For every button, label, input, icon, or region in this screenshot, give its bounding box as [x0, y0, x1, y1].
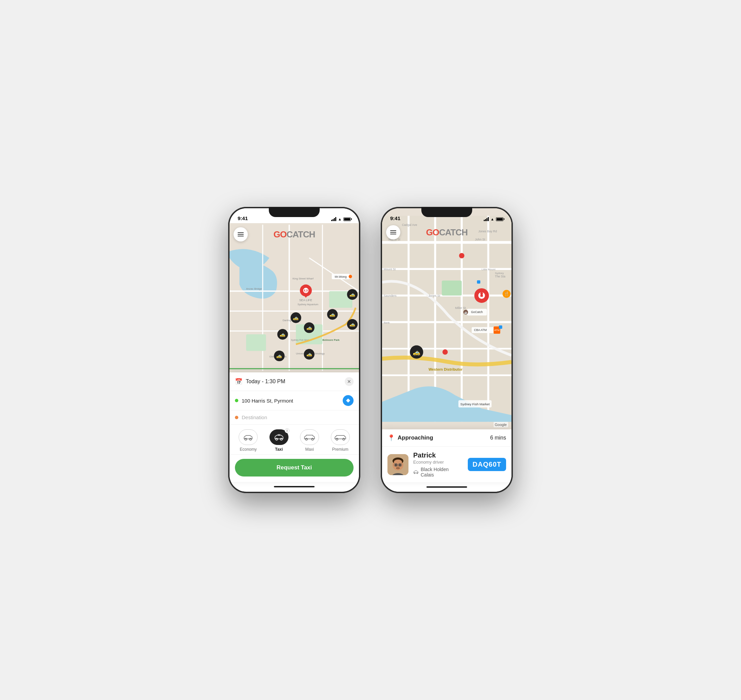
svg-point-109 [395, 464, 397, 466]
svg-text:🚕: 🚕 [307, 325, 313, 331]
menu-button-2[interactable] [386, 225, 400, 240]
svg-text:Belmore Park: Belmore Park [322, 338, 340, 341]
svg-text:Little Mount: Little Mount [482, 268, 496, 271]
svg-point-46 [245, 438, 247, 440]
svg-rect-25 [305, 290, 307, 292]
maxi-icon-wrap [300, 429, 319, 445]
svg-point-47 [249, 438, 251, 440]
svg-point-48 [276, 438, 277, 440]
clear-time-button[interactable]: ✕ [345, 377, 354, 386]
map-area-2[interactable]: Western Distributor Harris St John St Jo… [382, 208, 512, 429]
svg-point-54 [343, 438, 345, 440]
signal-icon-2 [484, 217, 489, 221]
bottom-panel-2: 📍 Approaching 6 mins [382, 429, 512, 482]
svg-text:🚕: 🚕 [276, 353, 282, 359]
svg-point-110 [399, 464, 401, 466]
svg-point-49 [280, 438, 282, 440]
approaching-status: Approaching [398, 434, 487, 441]
app-header-2: GOCATCH [386, 225, 508, 240]
service-premium[interactable]: Premium [331, 429, 350, 452]
logo-catch-2: CATCH [439, 227, 467, 237]
svg-text:🚕: 🚕 [330, 312, 336, 318]
map-area-1[interactable]: Anzac Bridge Darling Harbour Ultimo Gleb… [229, 223, 359, 372]
home-bar-1 [274, 486, 315, 487]
google-attribution: Google [493, 422, 508, 427]
svg-point-44 [349, 275, 352, 278]
battery-icon-2 [496, 218, 503, 221]
svg-text:King Street Wharf: King Street Wharf [292, 277, 314, 280]
svg-text:CBA ATM: CBA ATM [474, 328, 486, 332]
home-indicator-1 [229, 482, 359, 491]
svg-text:GoCatch: GoCatch [471, 310, 483, 314]
home-indicator-2 [382, 482, 512, 492]
phones-container: 9:41 ▲ [228, 207, 513, 493]
taxi-info-dot: i [285, 428, 289, 433]
signal-icon-1 [331, 217, 336, 221]
driver-car-text: Black Holden Calais [421, 467, 463, 478]
svg-point-115 [417, 473, 418, 474]
menu-button-1[interactable] [233, 227, 248, 241]
premium-label: Premium [332, 447, 348, 452]
notch-1 [269, 207, 320, 217]
svg-text:Western Distributor: Western Distributor [428, 367, 463, 371]
svg-rect-45 [229, 368, 359, 369]
navigate-button[interactable] [343, 395, 354, 406]
destination-dot [235, 416, 238, 419]
status-icons-1: ▲ [331, 217, 351, 221]
service-taxi[interactable]: i Taxi [270, 429, 289, 452]
service-maxi[interactable]: Maxi [300, 429, 319, 452]
economy-icon-wrap [239, 429, 258, 445]
phone-1-inner: 9:41 ▲ [229, 208, 359, 492]
economy-label: Economy [240, 447, 257, 452]
svg-text:SEA LIFE: SEA LIFE [299, 299, 312, 302]
logo-go-1: GO [274, 229, 286, 240]
phone-1: 9:41 ▲ [228, 207, 360, 493]
pickup-dot [235, 399, 238, 402]
svg-text:🚕: 🚕 [307, 351, 313, 357]
service-economy[interactable]: Economy [239, 429, 258, 452]
phone-2-inner: 9:41 ▲ [382, 208, 512, 492]
wifi-icon-2: ▲ [490, 217, 494, 221]
notch-2 [421, 207, 472, 217]
svg-rect-9 [246, 334, 266, 351]
maxi-label: Maxi [305, 447, 314, 452]
status-icons-2: ▲ [484, 217, 503, 221]
calendar-icon: 📅 [235, 378, 242, 385]
premium-icon-wrap [331, 429, 350, 445]
taxi-label: Taxi [275, 447, 283, 452]
destination-row[interactable]: Destination [229, 410, 359, 425]
taxi-icon-wrap: i [270, 429, 289, 445]
battery-icon-1 [343, 218, 351, 221]
status-time-1: 9:41 [238, 215, 248, 221]
svg-text:Miller St: Miller St [455, 306, 466, 310]
logo-catch-1: CATCH [286, 229, 315, 240]
hamburger-icon-1 [238, 232, 244, 237]
svg-rect-101 [480, 294, 483, 297]
svg-point-51 [305, 438, 307, 440]
svg-text:🚕: 🚕 [349, 292, 356, 297]
request-taxi-button[interactable]: Request Taxi [235, 459, 354, 476]
driver-row: Patrick Economy driver Black Holden Cala… [382, 447, 512, 482]
svg-point-90 [459, 253, 464, 259]
pickup-row[interactable]: 100 Harris St, Pyrmont [229, 391, 359, 410]
logo-1: GOCATCH [274, 229, 315, 240]
time-picker-label[interactable]: Today - 1:30 PM [246, 378, 341, 385]
svg-text:Sydney Aquarium: Sydney Aquarium [298, 303, 318, 306]
svg-text:Jones St: Jones St [428, 294, 440, 297]
svg-text:Sydney: Sydney [495, 272, 504, 275]
svg-rect-92 [477, 280, 480, 284]
svg-text:Mr.Wong: Mr.Wong [335, 275, 347, 278]
logo-2: GOCATCH [426, 227, 468, 238]
pickup-text: 100 Harris St, Pyrmont [242, 398, 339, 404]
pin-icon: 📍 [387, 434, 395, 441]
svg-rect-93 [499, 326, 502, 329]
svg-point-53 [336, 438, 338, 440]
approaching-row: 📍 Approaching 6 mins [382, 429, 512, 447]
svg-text:ATM: ATM [494, 329, 500, 332]
services-row: Economy i Taxi [229, 425, 359, 455]
svg-text:Bank: Bank [384, 321, 390, 324]
svg-text:Sydney Fish Market: Sydney Fish Market [460, 402, 490, 406]
svg-text:Mount St: Mount St [384, 268, 396, 271]
svg-text:🚕: 🚕 [280, 332, 286, 337]
app-header-1: GOCATCH [233, 227, 355, 241]
